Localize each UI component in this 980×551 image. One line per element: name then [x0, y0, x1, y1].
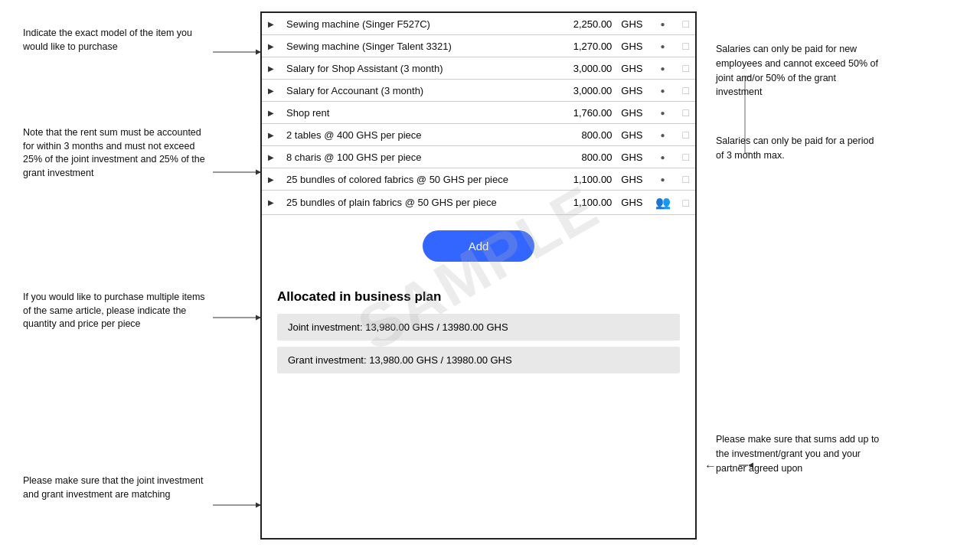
- row-name: 25 bundles of plain fabrics @ 50 GHS per…: [280, 191, 549, 215]
- table-row: ▶Sewing machine (Singer F527C)2,250.00GH…: [262, 13, 695, 35]
- row-expand-arrow[interactable]: ▶: [262, 102, 280, 124]
- row-amount: 1,270.00: [549, 35, 618, 57]
- left-annotations: Indicate the exact model of the item you…: [0, 0, 260, 551]
- delete-icon[interactable]: □: [677, 146, 695, 168]
- person-icon[interactable]: ●: [649, 13, 677, 35]
- table-row: ▶25 bundles of plain fabrics @ 50 GHS pe…: [262, 191, 695, 215]
- delete-icon[interactable]: □: [677, 13, 695, 35]
- allocated-title: Allocated in business plan: [277, 289, 680, 305]
- delete-icon[interactable]: □: [677, 168, 695, 191]
- table-row: ▶8 charis @ 100 GHS per piece800.00GHS●□: [262, 146, 695, 168]
- row-amount: 800.00: [549, 146, 618, 168]
- row-currency: GHS: [618, 13, 648, 35]
- grant-investment-row: Grant investment: 13,980.00 GHS / 13980.…: [277, 347, 680, 373]
- row-name: Sewing machine (Singer Talent 3321): [280, 35, 549, 57]
- row-name: Salary for Accounant (3 month): [280, 80, 549, 102]
- row-expand-arrow[interactable]: ▶: [262, 124, 280, 146]
- add-button-row: Add: [262, 215, 695, 277]
- person-icon[interactable]: ●: [649, 168, 677, 191]
- delete-icon[interactable]: □: [677, 124, 695, 146]
- row-name: 25 bundles of colored fabrics @ 50 GHS p…: [280, 168, 549, 191]
- row-amount: 1,760.00: [549, 102, 618, 124]
- row-amount: 800.00: [549, 124, 618, 146]
- right-note-1: Salaries can only be paid for new employ…: [716, 42, 884, 99]
- person-icon[interactable]: ●: [649, 35, 677, 57]
- delete-icon[interactable]: □: [677, 57, 695, 80]
- left-arrow-icon: ←: [704, 459, 717, 473]
- left-note-3: If you would like to purchase multiple i…: [23, 291, 207, 331]
- items-table: ▶Sewing machine (Singer F527C)2,250.00GH…: [262, 13, 695, 215]
- row-currency: GHS: [618, 124, 648, 146]
- right-note-2: Salaries can only be paid for a period o…: [716, 134, 884, 163]
- row-name: 8 charis @ 100 GHS per piece: [280, 146, 549, 168]
- table-row: ▶Salary for Accounant (3 month)3,000.00G…: [262, 80, 695, 102]
- row-amount: 3,000.00: [549, 80, 618, 102]
- table-row: ▶Salary for Shop Assistant (3 month)3,00…: [262, 57, 695, 80]
- row-currency: GHS: [618, 168, 648, 191]
- right-annotations: Salaries can only be paid for new employ…: [697, 0, 980, 551]
- row-currency: GHS: [618, 102, 648, 124]
- table-row: ▶2 tables @ 400 GHS per piece800.00GHS●□: [262, 124, 695, 146]
- row-currency: GHS: [618, 57, 648, 80]
- delete-icon[interactable]: □: [677, 80, 695, 102]
- left-note-2: Note that the rent sum must be accounted…: [23, 126, 207, 180]
- row-amount: 1,100.00: [549, 168, 618, 191]
- row-name: Salary for Shop Assistant (3 month): [280, 57, 549, 80]
- table-row: ▶Sewing machine (Singer Talent 3321)1,27…: [262, 35, 695, 57]
- table-row: ▶25 bundles of colored fabrics @ 50 GHS …: [262, 168, 695, 191]
- row-expand-arrow[interactable]: ▶: [262, 191, 280, 215]
- row-name: Shop rent: [280, 102, 549, 124]
- row-expand-arrow[interactable]: ▶: [262, 80, 280, 102]
- row-currency: GHS: [618, 80, 648, 102]
- row-expand-arrow[interactable]: ▶: [262, 13, 280, 35]
- delete-icon[interactable]: □: [677, 102, 695, 124]
- person-icon[interactable]: ●: [649, 102, 677, 124]
- delete-icon[interactable]: □: [677, 35, 695, 57]
- person-icon[interactable]: ●: [649, 80, 677, 102]
- delete-icon[interactable]: □: [677, 191, 695, 215]
- row-currency: GHS: [618, 191, 648, 215]
- allocated-section: Allocated in business plan Joint investm…: [262, 277, 695, 392]
- row-expand-arrow[interactable]: ▶: [262, 168, 280, 191]
- row-currency: GHS: [618, 146, 648, 168]
- row-currency: GHS: [618, 35, 648, 57]
- left-note-1: Indicate the exact model of the item you…: [23, 27, 203, 54]
- person-icon[interactable]: ●: [649, 57, 677, 80]
- joint-investment-row: Joint investment: 13,980.00 GHS / 13980.…: [277, 314, 680, 341]
- row-expand-arrow[interactable]: ▶: [262, 57, 280, 80]
- right-note-3: Please make sure that sums add up to the…: [716, 432, 884, 475]
- left-note-4: Please make sure that the joint investme…: [23, 474, 207, 501]
- person-icon[interactable]: ●: [649, 124, 677, 146]
- table-row: ▶Shop rent1,760.00GHS●□: [262, 102, 695, 124]
- row-amount: 3,000.00: [549, 57, 618, 80]
- row-expand-arrow[interactable]: ▶: [262, 146, 280, 168]
- row-amount: 1,100.00: [549, 191, 618, 215]
- person-icon[interactable]: ●: [649, 146, 677, 168]
- row-name: Sewing machine (Singer F527C): [280, 13, 549, 35]
- row-amount: 2,250.00: [549, 13, 618, 35]
- add-button[interactable]: Add: [423, 230, 535, 262]
- row-name: 2 tables @ 400 GHS per piece: [280, 124, 549, 146]
- row-expand-arrow[interactable]: ▶: [262, 35, 280, 57]
- center-panel: SAMPLE ▶Sewing machine (Singer F527C)2,2…: [260, 11, 697, 540]
- people-icon[interactable]: 👥: [649, 191, 677, 215]
